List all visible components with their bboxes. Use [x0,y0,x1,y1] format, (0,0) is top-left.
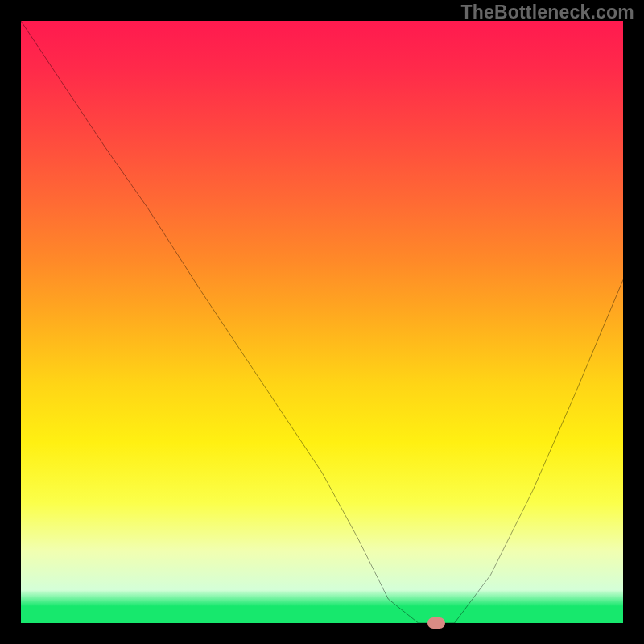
bottleneck-curve [21,21,623,623]
curve-path [21,21,623,623]
chart-container: TheBottleneck.com [0,0,644,644]
optimal-point-marker [427,617,445,629]
watermark-text: TheBottleneck.com [460,2,634,23]
